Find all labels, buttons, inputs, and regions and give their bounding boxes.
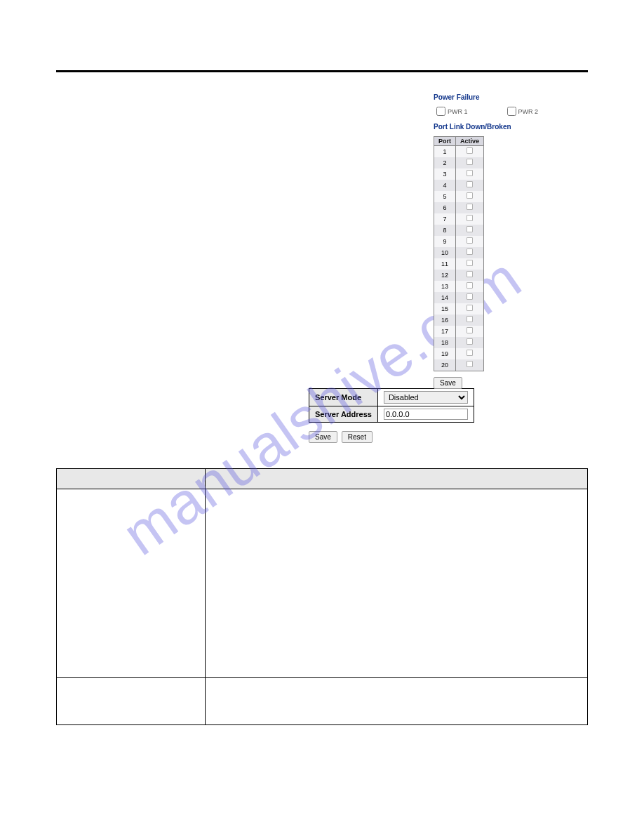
server-mode-label: Server Mode [309, 389, 378, 406]
port-active-cell [456, 168, 484, 180]
server-mode-select[interactable]: Disabled [384, 391, 468, 404]
desc-header-1 [57, 469, 206, 489]
table-row: 6 [434, 202, 484, 213]
port-number-cell: 19 [434, 348, 456, 359]
port-active-cell [456, 292, 484, 303]
port-number-cell: 6 [434, 202, 456, 213]
table-row: 20 [434, 359, 484, 371]
port-number-cell: 7 [434, 213, 456, 225]
port-active-checkbox[interactable] [467, 226, 473, 232]
pwr2-checkbox[interactable] [507, 107, 516, 116]
table-row: 3 [434, 168, 484, 180]
table-row: 12 [434, 270, 484, 281]
table-row: 14 [434, 292, 484, 303]
port-active-checkbox[interactable] [467, 350, 473, 356]
port-number-cell: 9 [434, 236, 456, 247]
reset-button[interactable]: Reset [342, 431, 373, 443]
table-row: 8 [434, 225, 484, 236]
description-table [56, 468, 588, 725]
port-active-cell [456, 303, 484, 315]
port-active-cell [456, 202, 484, 213]
table-row: 1 [434, 146, 484, 158]
table-row: 16 [434, 315, 484, 326]
port-active-cell [456, 270, 484, 281]
table-row: 9 [434, 236, 484, 247]
save-button-top[interactable]: Save [434, 377, 462, 389]
port-active-cell [456, 281, 484, 292]
active-col-header: Active [456, 137, 484, 146]
port-number-cell: 8 [434, 225, 456, 236]
port-active-checkbox[interactable] [467, 181, 473, 187]
port-active-checkbox[interactable] [467, 293, 473, 300]
port-active-checkbox[interactable] [467, 170, 473, 176]
port-active-cell [456, 315, 484, 326]
table-row: 2 [434, 157, 484, 168]
server-config-table: Server Mode Disabled Server Address [309, 388, 474, 423]
server-address-label: Server Address [309, 406, 378, 423]
port-active-checkbox[interactable] [467, 192, 473, 199]
port-active-checkbox[interactable] [467, 305, 473, 311]
table-row: 17 [434, 326, 484, 337]
port-active-cell [456, 337, 484, 348]
port-active-checkbox[interactable] [467, 338, 473, 345]
port-active-checkbox[interactable] [467, 282, 473, 289]
table-row: 4 [434, 180, 484, 191]
power-failure-heading: Power Failure [434, 93, 588, 101]
desc-cell-r2c2 [205, 678, 587, 725]
port-number-cell: 16 [434, 315, 456, 326]
port-active-checkbox[interactable] [467, 215, 473, 221]
table-row: 13 [434, 281, 484, 292]
desc-header-2 [205, 469, 587, 489]
port-active-checkbox[interactable] [467, 147, 473, 154]
port-number-cell: 4 [434, 180, 456, 191]
port-number-cell: 11 [434, 258, 456, 270]
table-row: 7 [434, 213, 484, 225]
port-active-cell [456, 236, 484, 247]
port-active-cell [456, 191, 484, 202]
table-row: 19 [434, 348, 484, 359]
port-active-cell [456, 180, 484, 191]
port-number-cell: 13 [434, 281, 456, 292]
port-active-cell [456, 146, 484, 158]
table-row: 10 [434, 247, 484, 258]
port-number-cell: 14 [434, 292, 456, 303]
save-button[interactable]: Save [309, 431, 337, 443]
pwr1-option[interactable]: PWR 1 [436, 107, 468, 116]
port-number-cell: 12 [434, 270, 456, 281]
port-active-checkbox[interactable] [467, 361, 473, 367]
port-table: Port Active 1234567891011121314151617181… [434, 136, 484, 371]
table-row: 15 [434, 303, 484, 315]
server-address-input[interactable] [384, 409, 468, 420]
port-number-cell: 20 [434, 359, 456, 371]
port-active-checkbox[interactable] [467, 316, 473, 322]
port-active-checkbox[interactable] [467, 159, 473, 165]
port-active-cell [456, 225, 484, 236]
desc-cell-r2c1 [57, 678, 206, 725]
port-number-cell: 2 [434, 157, 456, 168]
port-active-checkbox[interactable] [467, 249, 473, 255]
port-number-cell: 18 [434, 337, 456, 348]
port-col-header: Port [434, 137, 456, 146]
port-active-cell [456, 348, 484, 359]
port-active-cell [456, 258, 484, 270]
port-link-heading: Port Link Down/Broken [434, 123, 588, 131]
table-row: 11 [434, 258, 484, 270]
port-active-cell [456, 157, 484, 168]
pwr2-option[interactable]: PWR 2 [507, 107, 539, 116]
port-active-checkbox[interactable] [467, 260, 473, 266]
port-active-checkbox[interactable] [467, 237, 473, 244]
port-active-cell [456, 359, 484, 371]
pwr1-label: PWR 1 [448, 108, 468, 115]
table-row: 5 [434, 191, 484, 202]
table-row: 18 [434, 337, 484, 348]
port-active-cell [456, 213, 484, 225]
port-number-cell: 10 [434, 247, 456, 258]
port-active-checkbox[interactable] [467, 271, 473, 277]
port-number-cell: 15 [434, 303, 456, 315]
port-active-checkbox[interactable] [467, 327, 473, 333]
desc-cell-r1c2 [205, 489, 587, 678]
port-number-cell: 17 [434, 326, 456, 337]
pwr1-checkbox[interactable] [436, 107, 445, 116]
port-number-cell: 5 [434, 191, 456, 202]
port-active-checkbox[interactable] [467, 204, 473, 210]
